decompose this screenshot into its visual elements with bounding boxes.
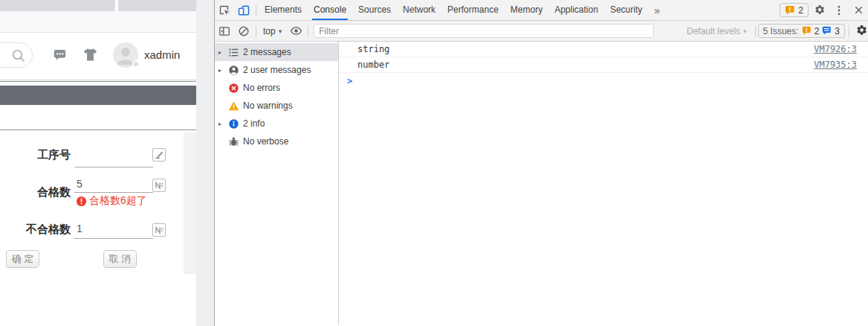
- error-circle-icon: [76, 196, 87, 207]
- chevron-down-icon: ▾: [743, 28, 747, 35]
- issues-summary-button[interactable]: 5 Issues: 2 3: [758, 24, 845, 38]
- warning-icon: [228, 100, 243, 112]
- close-icon[interactable]: [849, 1, 868, 20]
- tab-console[interactable]: Console: [308, 0, 352, 20]
- more-options-icon[interactable]: [829, 1, 849, 20]
- browser-tab[interactable]: [0, 0, 115, 11]
- separator: [849, 25, 849, 37]
- expand-arrow-icon[interactable]: ▸: [218, 67, 228, 74]
- sidebar-item-user-messages[interactable]: ▸ 2 user messages: [215, 61, 338, 79]
- console-message: string VM7926:3: [339, 42, 868, 57]
- unqualified-count-value[interactable]: 1: [77, 223, 82, 234]
- console-message: number VM7935:3: [339, 57, 868, 73]
- qualified-count-input[interactable]: [74, 192, 153, 193]
- chevron-down-icon: ▾: [279, 28, 282, 35]
- source-link[interactable]: VM7926:3: [814, 44, 857, 54]
- tab-performance[interactable]: Performance: [441, 0, 505, 20]
- log-levels-dropdown[interactable]: Default levels ▾: [681, 26, 753, 36]
- issue-info-bubble-icon: [822, 26, 832, 36]
- sidebar-item-info[interactable]: ▸ 2 info: [215, 115, 338, 132]
- divider: [0, 80, 196, 82]
- console-log-area[interactable]: string VM7926:3 number VM7935:3 >: [339, 42, 868, 325]
- tab-sources[interactable]: Sources: [352, 0, 397, 20]
- sidebar-item-label: 2 info: [243, 118, 265, 129]
- issues-label: 5 Issues:: [763, 26, 799, 36]
- number-field-icon[interactable]: [152, 179, 166, 192]
- browser-page: xadmin 工序号 5 合格数: [0, 0, 196, 326]
- avatar-status-dot: [132, 60, 140, 68]
- confirm-button[interactable]: 确 定: [6, 250, 39, 268]
- device-toolbar-icon[interactable]: [234, 1, 253, 20]
- verbose-bug-icon: [228, 136, 243, 147]
- sidebar-item-label: 2 messages: [243, 47, 291, 57]
- more-tabs-icon[interactable]: »: [648, 4, 666, 16]
- prompt-chevron-icon: >: [347, 76, 352, 86]
- page-scrollbar[interactable]: [196, 0, 214, 326]
- site-header: xadmin: [0, 33, 196, 80]
- search-input[interactable]: [0, 42, 33, 68]
- qualified-count-value[interactable]: 5: [77, 178, 82, 190]
- settings-gear-icon[interactable]: [810, 1, 829, 20]
- list-icon: [228, 47, 243, 58]
- inspect-element-icon[interactable]: [215, 1, 234, 20]
- browser-tab[interactable]: [118, 0, 196, 11]
- error-message: 合格数6超了: [89, 194, 147, 208]
- info-icon: [228, 118, 243, 130]
- avatar[interactable]: [113, 42, 138, 68]
- modal-backdrop: [184, 132, 196, 274]
- cancel-button[interactable]: 取 消: [103, 250, 137, 268]
- screen: xadmin 工序号 5 合格数: [0, 0, 868, 326]
- message-text: number: [357, 60, 389, 70]
- divider: [0, 130, 196, 130]
- issues-info-count: 3: [835, 26, 840, 36]
- sidebar-item-all-messages[interactable]: ▸ 2 messages: [215, 43, 338, 61]
- issue-count: 2: [798, 5, 803, 16]
- clear-console-icon[interactable]: [234, 22, 253, 41]
- field-label-qualified: 合格数: [0, 185, 71, 199]
- sidebar-toggle-icon[interactable]: [215, 22, 234, 41]
- live-expression-eye-icon[interactable]: [286, 22, 305, 41]
- search-icon: [11, 48, 26, 63]
- validation-error: 合格数6超了: [76, 194, 147, 208]
- issues-counter-button[interactable]: 2: [780, 3, 809, 17]
- process-no-input[interactable]: [74, 167, 153, 167]
- source-link[interactable]: VM7935:3: [814, 60, 857, 70]
- number-field-icon[interactable]: [152, 223, 166, 237]
- messages-icon[interactable]: [53, 48, 67, 65]
- issue-bubble-icon: [785, 5, 795, 16]
- console-toolbar: top ▾ Default levels ▾ 5 Issues:: [215, 21, 868, 42]
- issues-error-count: 2: [814, 26, 820, 36]
- separator: [308, 25, 308, 37]
- devtools-panel: Elements Console Sources Network Perform…: [214, 0, 868, 326]
- sidebar-item-warnings[interactable]: No warnings: [215, 97, 338, 115]
- console-settings-gear-icon[interactable]: [852, 22, 868, 41]
- field-label-process-no: 工序号: [0, 148, 71, 162]
- tab-network[interactable]: Network: [397, 0, 441, 20]
- sidebar-item-verbose[interactable]: No verbose: [215, 132, 338, 150]
- console-prompt[interactable]: >: [339, 73, 868, 89]
- field-label-unqualified: 不合格数: [0, 223, 71, 237]
- tab-security[interactable]: Security: [604, 0, 648, 20]
- tab-application[interactable]: Application: [548, 0, 604, 20]
- tshirt-icon[interactable]: [82, 47, 98, 65]
- console-body: ▸ 2 messages ▸: [215, 42, 868, 325]
- tab-memory[interactable]: Memory: [505, 0, 548, 20]
- sidebar-item-errors[interactable]: No errors: [215, 79, 338, 97]
- issue-error-bubble-icon: [802, 26, 812, 36]
- username[interactable]: xadmin: [144, 48, 180, 61]
- expand-arrow-icon[interactable]: ▸: [218, 121, 228, 127]
- tab-elements[interactable]: Elements: [259, 0, 308, 20]
- message-text: string: [357, 44, 389, 54]
- user-icon: [228, 65, 243, 76]
- expand-arrow-icon[interactable]: ▸: [218, 49, 228, 56]
- edit-field-icon[interactable]: [152, 148, 166, 162]
- sidebar-item-label: No errors: [243, 83, 280, 93]
- separator: [755, 25, 756, 37]
- console-filter-input[interactable]: [314, 24, 654, 38]
- sidebar-item-label: No verbose: [243, 136, 288, 147]
- context-selector[interactable]: top ▾: [259, 26, 286, 36]
- unqualified-count-input[interactable]: [74, 238, 153, 239]
- separator: [256, 25, 256, 37]
- sidebar-item-label: 2 user messages: [243, 65, 311, 75]
- separator: [256, 4, 256, 16]
